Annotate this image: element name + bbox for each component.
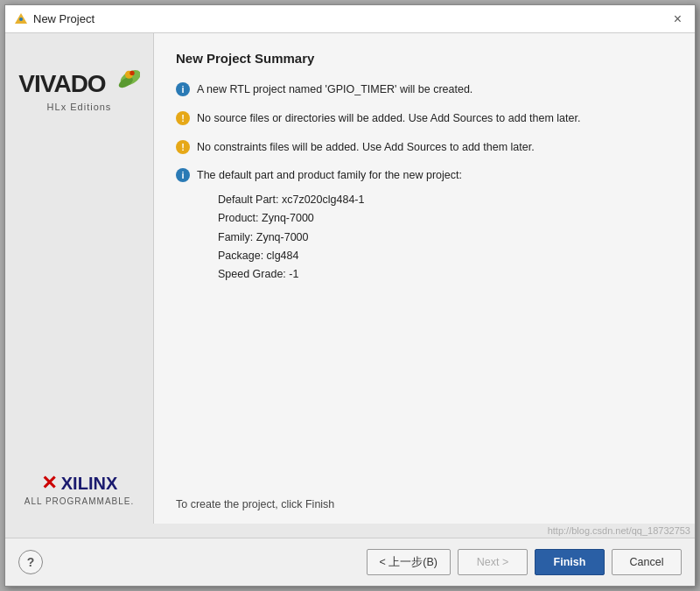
sidebar: VIVADO HLx Editions ✕ XILINX ALL PROGRAM…: [5, 33, 154, 524]
family-value: Zynq-7000: [256, 231, 309, 243]
next-button[interactable]: Next >: [458, 549, 528, 575]
info-item-part: i The default part and product family fo…: [176, 167, 673, 284]
svg-point-5: [130, 71, 134, 75]
package-value: clg484: [267, 250, 299, 262]
vivado-logo: VIVADO HLx Editions: [18, 68, 139, 112]
xilinx-tagline: ALL PROGRAMMABLE.: [24, 496, 135, 506]
info-item-3: ! No constraints files will be added. Us…: [176, 139, 673, 156]
title-bar-left: New Project: [14, 12, 94, 26]
package-row: Package: clg484: [218, 247, 462, 265]
xilinx-wordmark: ✕ XILINX: [41, 472, 117, 495]
xilinx-name: XILINX: [61, 474, 117, 494]
info-item-2: ! No source files or directories will be…: [176, 110, 673, 127]
section-title: New Project Summary: [176, 51, 673, 66]
new-project-dialog: New Project × VIVADO HLx Editions: [4, 4, 696, 587]
package-label: Package:: [218, 250, 263, 262]
part-info-header: The default part and product family for …: [197, 167, 462, 184]
info-icon-blue-2: i: [176, 168, 190, 182]
info-text-3: No constraints files will be added. Use …: [197, 139, 535, 156]
cancel-button[interactable]: Cancel: [612, 549, 682, 575]
finish-button[interactable]: Finish: [535, 549, 605, 575]
dialog-title: New Project: [33, 12, 94, 25]
default-part-value: xc7z020clg484-1: [282, 193, 365, 206]
watermark: http://blog.csdn.net/qq_18732753: [5, 524, 695, 538]
xilinx-logo: ✕ XILINX ALL PROGRAMMABLE.: [24, 472, 135, 506]
info-icon-yellow-1: !: [176, 111, 190, 125]
button-bar: ? < 上一步(B) Next > Finish Cancel: [5, 538, 695, 586]
navigation-buttons: < 上一步(B) Next > Finish Cancel: [367, 549, 682, 575]
info-icon-yellow-2: !: [176, 140, 190, 154]
speed-value: -1: [289, 268, 298, 280]
info-text-1: A new RTL project named 'GPIO_TIMER' wil…: [197, 81, 472, 98]
part-info-block: The default part and product family for …: [197, 167, 462, 284]
xilinx-x-icon: ✕: [41, 472, 57, 495]
close-button[interactable]: ×: [669, 11, 686, 28]
footer-text: To create the project, click Finish: [176, 489, 673, 510]
back-button[interactable]: < 上一步(B): [367, 549, 451, 575]
product-row: Product: Zynq-7000: [218, 209, 462, 228]
help-button[interactable]: ?: [18, 550, 43, 574]
vivado-leaf-icon: [108, 68, 140, 100]
default-part-label: Default Part:: [218, 193, 278, 206]
product-label: Product:: [218, 212, 259, 224]
dialog-body: VIVADO HLx Editions ✕ XILINX ALL PROGRAM…: [5, 33, 695, 524]
part-details: Default Part: xc7z020clg484-1 Product: Z…: [218, 191, 462, 284]
vivado-title-icon: [14, 12, 28, 26]
default-part-row: Default Part: xc7z020clg484-1: [218, 191, 462, 209]
info-item-1: i A new RTL project named 'GPIO_TIMER' w…: [176, 81, 673, 98]
speed-row: Speed Grade: -1: [218, 265, 462, 284]
info-icon-blue-1: i: [176, 82, 190, 96]
family-label: Family:: [218, 231, 253, 243]
family-row: Family: Zynq-7000: [218, 229, 462, 247]
product-value: Zynq-7000: [262, 212, 314, 224]
title-bar: New Project ×: [5, 5, 695, 33]
svg-point-1: [19, 18, 23, 21]
vivado-subtitle: HLx Editions: [47, 102, 112, 112]
main-content: New Project Summary i A new RTL project …: [154, 33, 695, 524]
speed-label: Speed Grade:: [218, 268, 286, 280]
vivado-wordmark: VIVADO: [18, 68, 139, 100]
info-text-2: No source files or directories will be a…: [197, 110, 580, 127]
